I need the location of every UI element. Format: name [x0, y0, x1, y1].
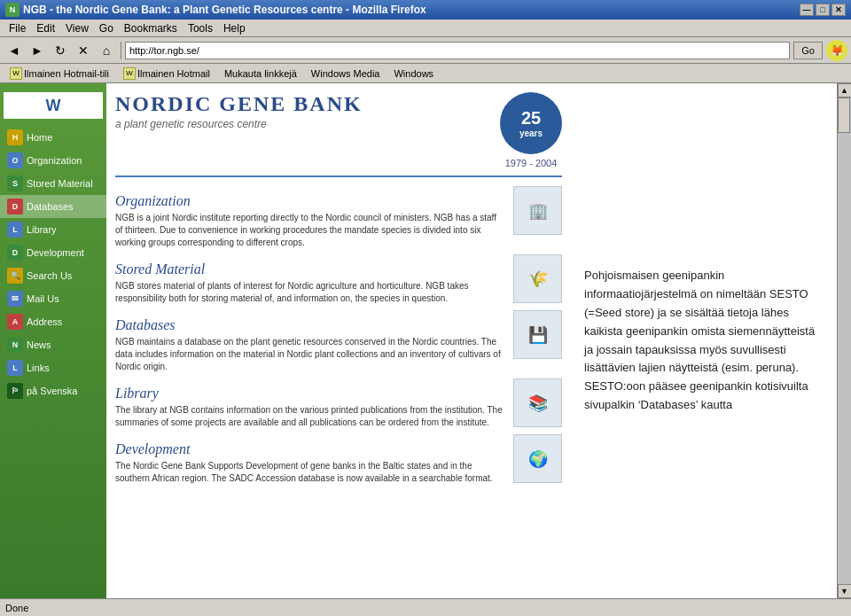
bookmark-mukauta[interactable]: Mukauta linkkejä — [218, 66, 303, 81]
titlebar-buttons[interactable]: — □ ✕ — [800, 4, 846, 16]
go-button[interactable]: Go — [793, 42, 823, 59]
status-text: Done — [5, 603, 28, 613]
section-development: Development The Nordic Gene Bank Support… — [115, 434, 562, 485]
section-title-development: Development — [115, 441, 506, 457]
close-button[interactable]: ✕ — [831, 4, 846, 16]
menu-help[interactable]: Help — [218, 21, 251, 35]
ngb-dates: 1979 - 2004 — [505, 158, 558, 168]
content-layout: Nordic Gene Bank a plant genetic resourc… — [106, 83, 837, 598]
section-stored-material: Stored Material NGB stores material of p… — [115, 254, 562, 305]
sidebar-item-databases[interactable]: D Databases — [0, 195, 106, 218]
databases-image: 💾 — [513, 310, 562, 359]
sidebar-item-organization[interactable]: O Organization — [0, 149, 106, 172]
toolbar: ◄ ► ↻ ✕ ⌂ Go 🦊 — [0, 37, 851, 64]
org-nav-icon: O — [7, 152, 23, 168]
menu-tools[interactable]: Tools — [183, 21, 218, 35]
org-image: 🏢 — [513, 186, 562, 235]
stored-nav-icon: S — [7, 175, 23, 191]
sidebar-item-library[interactable]: L Library — [0, 218, 106, 241]
sidebar-item-stored-material[interactable]: S Stored Material — [0, 172, 106, 195]
menu-bookmarks[interactable]: Bookmarks — [119, 21, 183, 35]
scroll-up-button[interactable]: ▲ — [838, 83, 852, 97]
section-text-development: The Nordic Gene Bank Supports Developmen… — [115, 460, 506, 485]
lib-nav-icon: L — [7, 222, 23, 238]
section-library: Library The library at NGB contains info… — [115, 378, 562, 429]
news-nav-icon: N — [7, 337, 23, 353]
section-databases: Databases NGB maintains a database on th… — [115, 310, 562, 373]
section-title-organization: Organization — [115, 193, 506, 209]
bookmark-icon: W — [10, 67, 22, 80]
window-title: NGB - the Nordic Gene Bank: a Plant Gene… — [23, 4, 426, 16]
address-bar: Go 🦊 — [125, 40, 847, 61]
flag-nav-icon: 🏳 — [7, 383, 23, 399]
scroll-track[interactable] — [838, 97, 851, 584]
dev-image: 🌍 — [513, 434, 562, 483]
section-text-organization: NGB is a joint Nordic institute reportin… — [115, 212, 506, 249]
sidebar-item-svenska[interactable]: 🏳 på Svenska — [0, 379, 106, 402]
sidebar-item-links[interactable]: L Links — [0, 356, 106, 379]
maximize-button[interactable]: □ — [816, 4, 830, 16]
sidebar: W H Home O Organization S Stored Materia… — [0, 83, 106, 598]
app-icon: N — [5, 3, 20, 17]
dev-nav-icon: D — [7, 245, 23, 261]
browser-logo: 🦊 — [826, 40, 847, 61]
right-panel: Pohjoismaisen geenipankin informaatiojär… — [571, 83, 837, 598]
address-input[interactable] — [125, 42, 790, 59]
titlebar: N NGB - the Nordic Gene Bank: a Plant Ge… — [0, 0, 851, 19]
bookmark-hotmail[interactable]: W Ilmainen Hotmail — [117, 66, 216, 82]
ngb-header: Nordic Gene Bank a plant genetic resourc… — [115, 92, 562, 177]
reload-button[interactable]: ↻ — [50, 40, 71, 61]
scrollbar[interactable]: ▲ ▼ — [837, 83, 851, 598]
sidebar-item-mail[interactable]: ✉ Mail Us — [0, 287, 106, 310]
sidebar-item-news[interactable]: N News — [0, 333, 106, 356]
menu-go[interactable]: Go — [94, 21, 119, 35]
ngb-subtitle: a plant genetic resources centre — [115, 118, 500, 130]
sidebar-logo-icon: W — [46, 97, 61, 115]
mail-nav-icon: ✉ — [7, 291, 23, 307]
sidebar-item-home[interactable]: H Home — [0, 126, 106, 149]
links-nav-icon: L — [7, 360, 23, 376]
bookmark-windows[interactable]: Windows — [387, 66, 440, 81]
browser-content: W H Home O Organization S Stored Materia… — [0, 83, 851, 598]
section-text-library: The library at NGB contains information … — [115, 404, 506, 429]
bookmarks-bar: W Ilmainen Hotmail-tili W Ilmainen Hotma… — [0, 64, 851, 83]
menu-view[interactable]: View — [60, 21, 94, 35]
section-title-databases: Databases — [115, 317, 506, 333]
menu-file[interactable]: File — [4, 21, 31, 35]
stop-button[interactable]: ✕ — [73, 40, 94, 61]
ngb-title-area: Nordic Gene Bank a plant genetic resourc… — [115, 92, 500, 130]
addr-nav-icon: A — [7, 314, 23, 330]
section-text-stored: NGB stores material of plants of interes… — [115, 280, 506, 305]
minimize-button[interactable]: — — [800, 4, 814, 16]
section-title-stored: Stored Material — [115, 261, 506, 277]
bookmark-windows-media[interactable]: Windows Media — [305, 66, 386, 81]
db-nav-icon: D — [7, 199, 23, 214]
section-text-databases: NGB maintains a database on the plant ge… — [115, 336, 506, 373]
home-button[interactable]: ⌂ — [96, 40, 117, 61]
bookmark-icon-2: W — [123, 67, 136, 80]
menu-edit[interactable]: Edit — [31, 21, 60, 35]
main-content: Nordic Gene Bank a plant genetic resourc… — [106, 83, 837, 598]
left-panel: Nordic Gene Bank a plant genetic resourc… — [106, 83, 571, 598]
forward-button[interactable]: ► — [27, 40, 48, 61]
search-nav-icon: 🔍 — [7, 268, 23, 284]
stored-image: 🌾 — [513, 254, 562, 303]
statusbar: Done — [0, 598, 851, 616]
sidebar-logo[interactable]: W — [4, 92, 103, 119]
section-organization: Organization NGB is a joint Nordic insti… — [115, 186, 562, 249]
right-panel-text: Pohjoismaisen geenipankin informaatiojär… — [584, 267, 824, 414]
sidebar-item-address[interactable]: A Address — [0, 310, 106, 333]
scroll-thumb[interactable] — [838, 97, 850, 133]
section-title-library: Library — [115, 386, 506, 402]
sidebar-item-search[interactable]: 🔍 Search Us — [0, 264, 106, 287]
scroll-down-button[interactable]: ▼ — [838, 584, 852, 598]
bookmark-hotmail-tili[interactable]: W Ilmainen Hotmail-tili — [4, 66, 115, 82]
menubar: File Edit View Go Bookmarks Tools Help — [0, 19, 851, 37]
header-right: 25 years 1979 - 2004 — [500, 92, 562, 168]
ngb-title: Nordic Gene Bank — [115, 92, 500, 116]
sidebar-item-development[interactable]: D Development — [0, 241, 106, 264]
library-image: 📚 — [513, 378, 562, 427]
back-button[interactable]: ◄ — [4, 40, 25, 61]
titlebar-left: N NGB - the Nordic Gene Bank: a Plant Ge… — [5, 3, 426, 17]
separator — [121, 42, 121, 59]
